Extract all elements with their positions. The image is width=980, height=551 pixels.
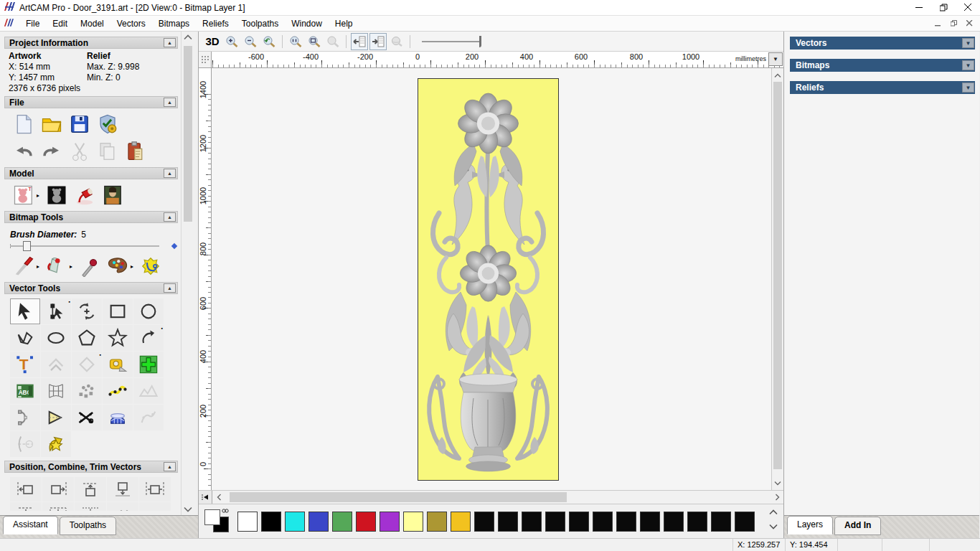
scrollbar-thumb[interactable] bbox=[773, 82, 782, 469]
collapse-button[interactable]: ▲ bbox=[164, 98, 176, 107]
canvas-vertical-scrollbar[interactable] bbox=[771, 68, 783, 490]
align-top-button[interactable] bbox=[75, 477, 106, 501]
slider-thumb[interactable] bbox=[23, 241, 31, 251]
paste-along-curve-button[interactable] bbox=[107, 502, 138, 511]
snap-next-page-button[interactable] bbox=[369, 33, 387, 50]
nesting-button[interactable]: Nes bbox=[139, 502, 171, 511]
palette-swatch[interactable] bbox=[474, 512, 494, 532]
section-reliefs[interactable]: Reliefs ▼ bbox=[790, 81, 975, 94]
palette-swatch[interactable] bbox=[308, 512, 329, 532]
create-arc-button[interactable]: ▪ bbox=[133, 325, 164, 351]
palette-swatch[interactable] bbox=[522, 512, 542, 532]
flyout-arrow-icon[interactable]: ▸ bbox=[70, 263, 72, 270]
pan-mode-button[interactable] bbox=[199, 491, 212, 504]
pick-colour-icon[interactable] bbox=[79, 255, 100, 277]
align-right-button[interactable] bbox=[42, 477, 74, 501]
minimize-button[interactable] bbox=[907, 0, 931, 15]
text-block-button[interactable]: ABC bbox=[10, 378, 40, 404]
fit-arcs-button[interactable] bbox=[10, 405, 40, 430]
collapse-button[interactable]: ▲ bbox=[164, 38, 176, 47]
palette-scroll-down-icon[interactable] bbox=[769, 522, 778, 532]
palette-swatch[interactable] bbox=[285, 512, 305, 532]
greyscale-from-model-icon[interactable]: T bbox=[13, 184, 34, 206]
palette-swatch[interactable] bbox=[498, 512, 518, 532]
palette-swatch[interactable] bbox=[237, 512, 258, 532]
load-image-icon[interactable] bbox=[102, 184, 123, 206]
menu-vectors[interactable]: Vectors bbox=[110, 17, 152, 30]
3d-view-button[interactable]: 3D bbox=[203, 33, 222, 50]
scroll-down-icon[interactable] bbox=[182, 504, 194, 515]
current-colours[interactable] bbox=[203, 508, 235, 535]
primary-colour-swatch[interactable] bbox=[204, 509, 220, 525]
scroll-left-icon[interactable] bbox=[212, 491, 225, 504]
align-left-button[interactable] bbox=[10, 477, 42, 501]
create-rectangle-button[interactable] bbox=[103, 298, 133, 324]
units-dropdown-button[interactable]: ▼ bbox=[768, 52, 783, 66]
collapse-button[interactable]: ▲ bbox=[164, 212, 176, 222]
select-vectors-button[interactable] bbox=[10, 298, 40, 324]
dropdown-button[interactable]: ▼ bbox=[962, 38, 974, 48]
zoom-box-button[interactable] bbox=[306, 33, 323, 50]
bitmap-artwork[interactable] bbox=[418, 78, 559, 481]
new-model-icon[interactable] bbox=[13, 113, 34, 135]
create-text-button[interactable]: T bbox=[10, 352, 40, 377]
bisect-angle-button[interactable] bbox=[41, 405, 71, 430]
measure-tool-button[interactable] bbox=[103, 352, 133, 377]
scrollbar-thumb[interactable] bbox=[184, 46, 192, 222]
paste-icon[interactable] bbox=[125, 141, 146, 162]
create-circle-button[interactable] bbox=[133, 298, 164, 324]
zoom-1to1-button[interactable] bbox=[287, 33, 304, 50]
menu-window[interactable]: Window bbox=[285, 17, 329, 30]
scroll-up-icon[interactable] bbox=[772, 70, 783, 81]
menu-reliefs[interactable]: Reliefs bbox=[196, 17, 235, 30]
menu-help[interactable]: Help bbox=[329, 17, 359, 30]
palette-swatch[interactable] bbox=[664, 512, 684, 532]
transform-vectors-button[interactable] bbox=[72, 298, 102, 324]
section-vectors[interactable]: Vectors ▼ bbox=[790, 37, 975, 50]
mdi-minimize-button[interactable] bbox=[930, 17, 946, 30]
palette-swatch[interactable] bbox=[687, 512, 707, 532]
link-colours-icon[interactable] bbox=[222, 508, 229, 515]
palette-swatch[interactable] bbox=[332, 512, 352, 532]
model-setup-icon[interactable] bbox=[97, 113, 118, 135]
create-star-button[interactable] bbox=[103, 325, 133, 351]
undo-icon[interactable] bbox=[13, 141, 34, 162]
assistant-panel-scrollbar[interactable] bbox=[181, 32, 194, 515]
section-model[interactable]: Model ▲ bbox=[4, 167, 178, 179]
palette-swatch[interactable] bbox=[261, 512, 281, 532]
palette-swatch[interactable] bbox=[593, 512, 613, 532]
tab-toolpaths[interactable]: Toolpaths bbox=[60, 517, 116, 535]
palette-swatch[interactable] bbox=[569, 512, 589, 532]
dropdown-button[interactable]: ▼ bbox=[962, 60, 974, 70]
open-file-icon[interactable] bbox=[41, 113, 62, 135]
mdi-close-button[interactable] bbox=[961, 17, 977, 30]
snap-prev-page-button[interactable] bbox=[351, 33, 368, 50]
palette-swatch[interactable] bbox=[451, 512, 471, 532]
flyout-arrow-icon[interactable]: ▸ bbox=[37, 263, 39, 270]
menu-bitmaps[interactable]: Bitmaps bbox=[152, 17, 196, 30]
collapse-button[interactable]: ▲ bbox=[164, 283, 176, 293]
zoom-previous-button[interactable] bbox=[260, 33, 278, 50]
restore-button[interactable] bbox=[931, 0, 956, 15]
vector-doctor-button[interactable] bbox=[133, 352, 164, 377]
tab-add-in[interactable]: Add In bbox=[834, 517, 881, 535]
scroll-up-icon[interactable] bbox=[182, 32, 194, 43]
close-button[interactable] bbox=[956, 0, 980, 15]
menu-toolpaths[interactable]: Toolpaths bbox=[235, 17, 285, 30]
slider-handle[interactable] bbox=[479, 36, 481, 47]
menu-model[interactable]: Model bbox=[74, 17, 110, 30]
create-ellipse-button[interactable] bbox=[41, 325, 71, 351]
scroll-down-icon[interactable] bbox=[772, 477, 783, 489]
palette-swatch[interactable] bbox=[403, 512, 423, 532]
scrollbar-thumb[interactable] bbox=[230, 492, 567, 502]
collapse-button[interactable]: ▲ bbox=[164, 462, 176, 471]
palette-swatch[interactable] bbox=[735, 512, 755, 532]
flyout-arrow-icon[interactable]: ▸ bbox=[37, 192, 39, 199]
flood-fill-icon[interactable] bbox=[46, 255, 67, 277]
flyout-arrow-icon[interactable]: ▸ bbox=[131, 263, 133, 270]
collapse-button[interactable]: ▲ bbox=[164, 169, 176, 178]
detail-slider[interactable] bbox=[422, 34, 488, 49]
section-vector-tools[interactable]: Vector Tools ▲ bbox=[4, 282, 178, 294]
palette-swatch[interactable] bbox=[356, 512, 376, 532]
trim-vectors-button[interactable] bbox=[72, 405, 102, 430]
